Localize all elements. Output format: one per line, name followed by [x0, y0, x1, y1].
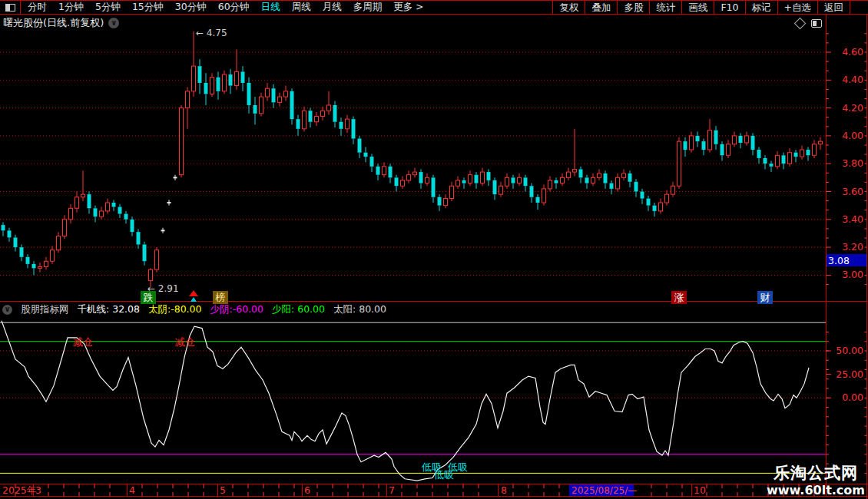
price-axis-label: 3.00	[842, 269, 863, 280]
candle	[475, 175, 479, 183]
tool-button-2[interactable]: 多股	[617, 1, 649, 14]
candle	[297, 119, 300, 129]
candle	[51, 250, 55, 262]
candle	[149, 269, 153, 281]
month-label[interactable]: 8	[501, 484, 507, 496]
period-tab-9[interactable]: 多周期	[353, 1, 383, 14]
candle	[739, 136, 743, 143]
tool-button-6[interactable]: 标记	[745, 1, 777, 14]
tool-button-7[interactable]: +自选	[777, 1, 817, 14]
main-chart[interactable]	[0, 31, 826, 288]
candle	[94, 208, 98, 216]
period-tab-5[interactable]: 60分钟	[218, 1, 250, 14]
chart-canvas[interactable]: 4.604.404.204.003.803.603.403.203.003.08…	[0, 0, 868, 499]
chart-ad-badge-2[interactable]: 涨	[671, 291, 687, 304]
month-label[interactable]: 3	[35, 484, 41, 496]
period-tab-6[interactable]: 日线	[261, 1, 280, 14]
candle	[38, 267, 42, 269]
tool-button-4[interactable]: 画线	[681, 1, 714, 14]
candle	[266, 88, 270, 97]
tool-button-8[interactable]: 返回	[817, 1, 850, 14]
month-label[interactable]: 5	[220, 484, 226, 496]
candle	[272, 88, 276, 102]
candle	[309, 111, 313, 122]
sell-signal-label: 减仓	[175, 335, 195, 349]
tool-button-0[interactable]: 复权	[552, 1, 585, 14]
candle	[702, 141, 706, 150]
candle	[450, 186, 454, 198]
candle	[155, 250, 159, 269]
period-tab-2[interactable]: 5分钟	[95, 1, 121, 14]
buy-signal-label: 低吸	[434, 468, 454, 482]
candle	[315, 116, 319, 121]
candle	[346, 119, 350, 129]
period-tab-4[interactable]: 30分钟	[175, 1, 207, 14]
tool-button-3[interactable]: 统计	[649, 1, 681, 14]
candle	[733, 136, 737, 144]
period-tab-8[interactable]: 月线	[323, 1, 342, 14]
candle	[413, 172, 417, 175]
candle	[690, 136, 694, 150]
candle	[813, 144, 817, 156]
candle	[567, 172, 571, 177]
month-label[interactable]: 10	[694, 484, 706, 496]
chart-header-icons	[796, 19, 822, 28]
month-label[interactable]: 7	[389, 484, 395, 496]
candle	[764, 158, 767, 164]
candle	[247, 83, 251, 105]
candle	[14, 237, 18, 247]
price-axis-label: 3.60	[842, 186, 863, 197]
candle	[217, 78, 220, 91]
layout-button[interactable]	[0, 1, 21, 14]
indicator-param-1: 千机线: 32.08	[78, 303, 140, 316]
date-axis: 2025年345678102025/08/25/—	[0, 484, 868, 497]
period-tab-1[interactable]: 1分钟	[58, 1, 84, 14]
candle	[505, 177, 509, 186]
indicator-chart[interactable]: 50.0025.000.00	[0, 321, 867, 481]
candle	[770, 164, 774, 167]
candle	[2, 225, 5, 230]
signal-arrow-marker	[189, 290, 198, 302]
candle	[198, 66, 202, 83]
period-tab-7[interactable]: 周线	[292, 1, 311, 14]
candle	[776, 155, 780, 167]
candle	[303, 111, 306, 129]
top-toolbar: 分时1分钟5分钟15分钟30分钟60分钟日线周线月线多周期更多 > 复权叠加多股…	[0, 0, 868, 15]
period-tab-0[interactable]: 分时	[28, 1, 47, 14]
tool-button-5[interactable]: F10	[714, 1, 744, 14]
candle	[69, 208, 73, 220]
chart-ad-badge-1[interactable]: 榜	[213, 291, 228, 304]
tool-button-1[interactable]: 叠加	[585, 1, 617, 14]
candle	[751, 136, 755, 150]
candle	[106, 203, 110, 211]
year-label: 2025年	[2, 484, 36, 496]
chart-ad-badge-0[interactable]: 跌	[141, 291, 156, 304]
month-label[interactable]: 6	[304, 484, 310, 496]
period-tab-3[interactable]: 15分钟	[132, 1, 164, 14]
candle	[241, 71, 245, 83]
price-axis-label: 4.00	[842, 130, 863, 141]
candle	[604, 173, 608, 183]
candle	[622, 173, 626, 177]
candle	[573, 169, 577, 172]
title-dropdown-icon[interactable]: ∨	[108, 18, 119, 28]
candle	[352, 119, 356, 138]
candle	[260, 97, 263, 114]
diamond-icon[interactable]	[794, 18, 807, 30]
tools-menu: 复权叠加多股统计画线F10标记+自选返回	[552, 1, 850, 14]
price-axis-label: 3.40	[842, 213, 863, 225]
indicator-collapse-icon[interactable]: ∨	[2, 305, 12, 315]
period-tab-10[interactable]: 更多 >	[393, 1, 423, 14]
trading-app-window: 分时1分钟5分钟15分钟30分钟60分钟日线周线月线多周期更多 > 复权叠加多股…	[0, 0, 868, 499]
candle	[499, 186, 503, 194]
period-menu: 分时1分钟5分钟15分钟30分钟60分钟日线周线月线多周期更多 >	[28, 1, 424, 14]
price-axis: 4.604.404.204.003.803.603.403.203.003.08	[826, 34, 867, 285]
chart-ad-badge-3[interactable]: 财	[757, 291, 773, 304]
sell-signal-label: 减仓	[73, 335, 93, 349]
month-label[interactable]: 4	[129, 484, 135, 496]
stock-title[interactable]: 曙光股份(日线.前复权)	[3, 16, 104, 30]
indicator-axis-label: 50.00	[836, 345, 863, 356]
window-layout-icon[interactable]	[811, 19, 822, 28]
candle	[63, 220, 67, 236]
candle	[143, 244, 147, 261]
